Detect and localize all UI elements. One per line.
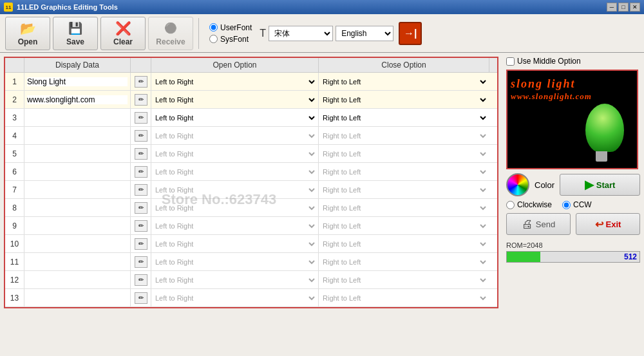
table-row: 8✏Left to RightRight to LeftTop to Botto… (5, 199, 497, 217)
clear-icon: ❌ (114, 21, 132, 36)
row-open-select[interactable]: Left to RightRight to LeftTop to BottomB… (153, 149, 317, 158)
row-close-select[interactable]: Right to LeftLeft to RightTop to BottomB… (320, 203, 488, 212)
row-text-input[interactable] (27, 185, 128, 194)
color-button[interactable] (506, 173, 529, 196)
row-text-input[interactable] (27, 294, 128, 303)
row-text-input[interactable] (27, 149, 128, 158)
sysfont-radio[interactable] (209, 35, 218, 43)
row-open-select[interactable]: Left to RightRight to LeftTop to BottomB… (153, 77, 317, 86)
maximize-button[interactable]: □ (618, 3, 629, 12)
row-open-select[interactable]: Left to RightRight to LeftTop to BottomB… (153, 113, 317, 122)
row-number: 13 (5, 289, 24, 306)
minimize-button[interactable]: ─ (607, 3, 617, 12)
use-middle-checkbox[interactable] (506, 57, 515, 66)
row-open-select[interactable]: Left to RightRight to LeftTop to BottomB… (153, 167, 317, 176)
row-edit-icon[interactable]: ✏ (135, 94, 147, 106)
row-open-select[interactable]: Left to RightRight to LeftTop to BottomB… (153, 276, 317, 285)
row-open-select[interactable]: Left to RightRight to LeftTop to BottomB… (153, 95, 317, 104)
preview-box: slong light www.slonglight.com (506, 70, 638, 169)
row-close-select[interactable]: Right to LeftLeft to RightTop to BottomB… (320, 131, 488, 140)
start-button[interactable]: ▶ Start (560, 174, 640, 196)
row-number: 6 (5, 163, 24, 180)
row-open-select-cell: Left to RightRight to LeftTop to BottomB… (151, 235, 319, 252)
exit-button[interactable]: ↩ Exit (576, 213, 640, 235)
row-text-input[interactable] (27, 113, 128, 122)
row-edit-icon[interactable]: ✏ (135, 130, 147, 142)
row-open-select-cell: Left to RightRight to LeftTop to BottomB… (151, 73, 319, 90)
row-text-cell (24, 181, 131, 198)
row-text-input[interactable] (27, 276, 128, 285)
row-open-select[interactable]: Left to RightRight to LeftTop to BottomB… (153, 258, 317, 267)
row-text-input[interactable] (27, 258, 128, 267)
window-controls: ─ □ ✕ (607, 3, 640, 12)
row-edit-icon[interactable]: ✏ (135, 112, 147, 124)
row-text-input[interactable] (27, 239, 128, 248)
row-close-select[interactable]: Right to LeftLeft to RightTop to BottomB… (320, 167, 488, 176)
row-icon-cell: ✏ (131, 163, 151, 180)
row-close-select[interactable]: Right to LeftLeft to RightTop to BottomB… (320, 149, 488, 158)
row-open-select[interactable]: Left to RightRight to LeftTop to BottomB… (153, 131, 317, 140)
row-open-select[interactable]: Left to RightRight to LeftTop to BottomB… (153, 294, 317, 303)
save-button[interactable]: 💾 Save (53, 17, 98, 50)
row-open-select[interactable]: Left to RightRight to LeftTop to BottomB… (153, 185, 317, 194)
direction-radio-row: Clockwise CCW (506, 200, 640, 209)
row-icon-cell: ✏ (131, 127, 151, 144)
row-open-select[interactable]: Left to RightRight to LeftTop to BottomB… (153, 221, 317, 230)
row-text-input[interactable] (27, 95, 128, 104)
row-open-select-cell: Left to RightRight to LeftTop to BottomB… (151, 253, 319, 270)
row-open-select-cell: Left to RightRight to LeftTop to BottomB… (151, 271, 319, 288)
row-close-select[interactable]: Right to LeftLeft to RightTop to BottomB… (320, 113, 488, 122)
row-close-select[interactable]: Right to LeftLeft to RightTop to BottomB… (320, 221, 488, 230)
row-edit-icon[interactable]: ✏ (135, 202, 147, 214)
row-text-input[interactable] (27, 203, 128, 212)
clear-button[interactable]: ❌ Clear (100, 17, 146, 50)
row-edit-icon[interactable]: ✏ (135, 220, 147, 232)
row-close-select-cell: Right to LeftLeft to RightTop to BottomB… (319, 91, 489, 108)
ccw-radio-item: CCW (562, 200, 592, 209)
row-edit-icon[interactable]: ✏ (135, 166, 147, 178)
row-edit-icon[interactable]: ✏ (135, 184, 147, 196)
row-close-select[interactable]: Right to LeftLeft to RightTop to BottomB… (320, 294, 488, 303)
row-icon-cell: ✏ (131, 289, 151, 306)
row-open-select[interactable]: Left to RightRight to LeftTop to BottomB… (153, 239, 317, 248)
row-close-select[interactable]: Right to LeftLeft to RightTop to BottomB… (320, 239, 488, 248)
app-icon: 11 (4, 3, 13, 12)
row-text-cell (24, 235, 131, 252)
row-edit-icon[interactable]: ✏ (135, 256, 147, 268)
language-select[interactable]: English (336, 26, 393, 41)
row-close-select[interactable]: Right to LeftLeft to RightTop to BottomB… (320, 276, 488, 285)
exit-icon: ↩ (595, 218, 603, 230)
start-icon: ▶ (585, 178, 594, 192)
row-close-select-cell: Right to LeftLeft to RightTop to BottomB… (319, 127, 489, 144)
receive-button[interactable]: ⚫ Receive (148, 17, 193, 50)
open-button[interactable]: 📂 Open (5, 17, 50, 50)
ccw-radio[interactable] (562, 201, 571, 209)
row-open-select[interactable]: Left to RightRight to LeftTop to BottomB… (153, 203, 317, 212)
table-row: 13✏Left to RightRight to LeftTop to Bott… (5, 289, 497, 307)
row-icon-cell: ✏ (131, 199, 151, 216)
row-edit-icon[interactable]: ✏ (135, 292, 147, 304)
row-text-input[interactable] (27, 221, 128, 230)
row-number: 12 (5, 271, 24, 288)
row-close-select-cell: Right to LeftLeft to RightTop to BottomB… (319, 163, 489, 180)
row-edit-icon[interactable]: ✏ (135, 76, 147, 88)
row-close-select-cell: Right to LeftLeft to RightTop to BottomB… (319, 199, 489, 216)
table-row: 3✏Left to RightRight to LeftTop to Botto… (5, 109, 497, 127)
row-close-select[interactable]: Right to LeftLeft to RightTop to BottomB… (320, 77, 488, 86)
clockwise-radio[interactable] (506, 201, 515, 209)
row-close-select[interactable]: Right to LeftLeft to RightTop to BottomB… (320, 258, 488, 267)
table-row: 1✏Left to RightRight to LeftTop to Botto… (5, 73, 497, 91)
row-close-select[interactable]: Right to LeftLeft to RightTop to BottomB… (320, 95, 488, 104)
userfont-radio[interactable] (209, 23, 218, 32)
row-edit-icon[interactable]: ✏ (135, 238, 147, 250)
row-text-input[interactable] (27, 77, 128, 86)
row-edit-icon[interactable]: ✏ (135, 274, 147, 286)
connect-button[interactable]: →| (399, 22, 422, 45)
row-text-input[interactable] (27, 167, 128, 176)
row-edit-icon[interactable]: ✏ (135, 148, 147, 160)
row-text-input[interactable] (27, 131, 128, 140)
close-button[interactable]: ✕ (630, 3, 640, 12)
send-button[interactable]: 🖨 Send (506, 213, 571, 235)
row-close-select[interactable]: Right to LeftLeft to RightTop to BottomB… (320, 185, 488, 194)
font-select[interactable]: 宋体 (269, 26, 333, 41)
